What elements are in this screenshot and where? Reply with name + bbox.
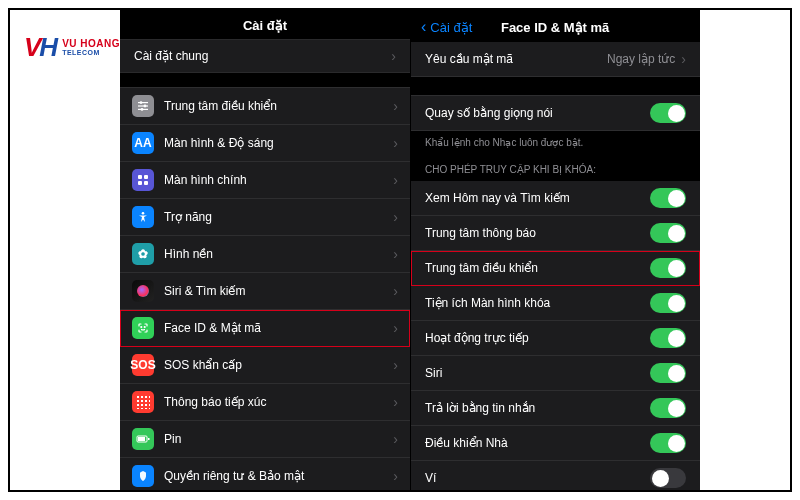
- row-label: Trợ năng: [164, 210, 383, 224]
- row-label: Điều khiển Nhà: [425, 436, 508, 450]
- row-faceid[interactable]: Face ID & Mật mã ›: [120, 310, 410, 347]
- chevron-right-icon: ›: [393, 98, 398, 114]
- row-control-center[interactable]: Trung tâm điều khiển ›: [120, 87, 410, 125]
- toggle-switch[interactable]: [650, 398, 686, 418]
- svg-rect-7: [144, 175, 148, 179]
- row-label: Xem Hôm nay và Tìm kiếm: [425, 191, 570, 205]
- chevron-right-icon: ›: [393, 394, 398, 410]
- phone-pair: Cài đặt Cài đặt chung › Trung tâm điều k…: [120, 10, 700, 490]
- phone-settings: Cài đặt Cài đặt chung › Trung tâm điều k…: [120, 10, 410, 490]
- row-privacy[interactable]: Quyền riêng tư & Bảo mật ›: [120, 458, 410, 490]
- svg-point-12: [144, 327, 145, 328]
- row-label: Tiện ích Màn hình khóa: [425, 296, 550, 310]
- toggle-row[interactable]: Ví: [411, 461, 700, 490]
- sos-icon: SOS: [132, 354, 154, 376]
- toggle-row[interactable]: Trung tâm điều khiển: [411, 251, 700, 286]
- watermark-logo: VH VU HOANG TELECOM: [24, 32, 120, 63]
- settings-list: Trung tâm điều khiển › AA Màn hình & Độ …: [120, 87, 410, 490]
- chevron-right-icon: ›: [393, 172, 398, 188]
- toggle-switch[interactable]: [650, 433, 686, 453]
- phone-faceid: ‹ Cài đặt Face ID & Mật mã Yêu cầu mật m…: [410, 10, 700, 490]
- logo-brand: VU HOANG: [62, 39, 120, 49]
- svg-point-4: [144, 105, 147, 108]
- chevron-right-icon: ›: [681, 51, 686, 67]
- row-homescreen[interactable]: Màn hình chính ›: [120, 162, 410, 199]
- toggle-row[interactable]: Hoạt động trực tiếp: [411, 321, 700, 356]
- outer-frame: VH VU HOANG TELECOM Cài đặt Cài đặt chun…: [8, 8, 792, 492]
- svg-rect-0: [138, 102, 148, 103]
- toggle-switch[interactable]: [650, 363, 686, 383]
- access-toggle-list: Xem Hôm nay và Tìm kiếmTrung tâm thông b…: [411, 181, 700, 490]
- chevron-right-icon: ›: [391, 48, 396, 64]
- row-label: Cài đặt chung: [134, 49, 208, 63]
- svg-rect-9: [144, 181, 148, 185]
- row-label: Pin: [164, 432, 383, 446]
- toggle-switch[interactable]: [650, 188, 686, 208]
- battery-icon: [132, 428, 154, 450]
- svg-point-11: [141, 327, 142, 328]
- chevron-right-icon: ›: [393, 283, 398, 299]
- row-label: Quay số bằng giọng nói: [425, 106, 553, 120]
- row-siri[interactable]: Siri & Tìm kiếm ›: [120, 273, 410, 310]
- faceid-icon: [132, 317, 154, 339]
- row-require-passcode[interactable]: Yêu cầu mật mã Ngay lập tức ›: [411, 42, 700, 77]
- row-label: Thông báo tiếp xúc: [164, 395, 383, 409]
- privacy-icon: [132, 465, 154, 487]
- row-label: SOS khẩn cấp: [164, 358, 383, 372]
- svg-point-5: [141, 108, 144, 111]
- svg-rect-6: [138, 175, 142, 179]
- nav-bar: ‹ Cài đặt Face ID & Mật mã: [411, 10, 700, 42]
- sliders-icon: [132, 95, 154, 117]
- row-label: Hình nền: [164, 247, 383, 261]
- row-general[interactable]: Cài đặt chung ›: [120, 39, 410, 73]
- row-label: Trung tâm điều khiển: [425, 261, 538, 275]
- chevron-right-icon: ›: [393, 246, 398, 262]
- siri-icon: [132, 280, 154, 302]
- toggle-switch[interactable]: [650, 103, 686, 123]
- toggle-row[interactable]: Trung tâm thông báo: [411, 216, 700, 251]
- row-label: Trung tâm thông báo: [425, 226, 536, 240]
- access-group-header: CHO PHÉP TRUY CẬP KHI BỊ KHÓA:: [411, 150, 700, 181]
- chevron-right-icon: ›: [393, 357, 398, 373]
- voice-dial-hint: Khẩu lệnh cho Nhạc luôn được bật.: [411, 131, 700, 150]
- toggle-switch[interactable]: [650, 328, 686, 348]
- svg-point-3: [140, 101, 143, 104]
- row-battery[interactable]: Pin ›: [120, 421, 410, 458]
- row-label: Siri & Tìm kiếm: [164, 284, 383, 298]
- row-label: Quyền riêng tư & Bảo mật: [164, 469, 383, 483]
- row-sos[interactable]: SOS SOS khẩn cấp ›: [120, 347, 410, 384]
- toggle-switch[interactable]: [650, 293, 686, 313]
- svg-rect-1: [138, 105, 148, 106]
- svg-rect-8: [138, 181, 142, 185]
- toggle-row[interactable]: Xem Hôm nay và Tìm kiếm: [411, 181, 700, 216]
- chevron-right-icon: ›: [393, 209, 398, 225]
- row-exposure[interactable]: Thông báo tiếp xúc ›: [120, 384, 410, 421]
- settings-title: Cài đặt: [120, 10, 410, 39]
- svg-rect-14: [148, 438, 150, 440]
- row-label: Siri: [425, 366, 442, 380]
- toggle-row[interactable]: Siri: [411, 356, 700, 391]
- accessibility-icon: [132, 206, 154, 228]
- toggle-switch[interactable]: [650, 258, 686, 278]
- chevron-right-icon: ›: [393, 135, 398, 151]
- row-value: Ngay lập tức: [607, 52, 675, 66]
- row-label: Yêu cầu mật mã: [425, 52, 513, 66]
- row-wallpaper[interactable]: ✿ Hình nền ›: [120, 236, 410, 273]
- chevron-right-icon: ›: [393, 468, 398, 484]
- toggle-row[interactable]: Tiện ích Màn hình khóa: [411, 286, 700, 321]
- toggle-switch[interactable]: [650, 223, 686, 243]
- toggle-row[interactable]: Trả lời bằng tin nhắn: [411, 391, 700, 426]
- logo-sub: TELECOM: [62, 49, 120, 56]
- row-label: Face ID & Mật mã: [164, 321, 383, 335]
- row-accessibility[interactable]: Trợ năng ›: [120, 199, 410, 236]
- chevron-right-icon: ›: [393, 320, 398, 336]
- row-display[interactable]: AA Màn hình & Độ sáng ›: [120, 125, 410, 162]
- screen-title: Face ID & Mật mã: [420, 20, 690, 35]
- row-label: Trả lời bằng tin nhắn: [425, 401, 535, 415]
- toggle-row[interactable]: Điều khiển Nhà: [411, 426, 700, 461]
- svg-rect-15: [138, 437, 145, 441]
- exposure-icon: [132, 391, 154, 413]
- toggle-switch[interactable]: [650, 468, 686, 488]
- chevron-right-icon: ›: [393, 431, 398, 447]
- row-voice-dial[interactable]: Quay số bằng giọng nói: [411, 95, 700, 131]
